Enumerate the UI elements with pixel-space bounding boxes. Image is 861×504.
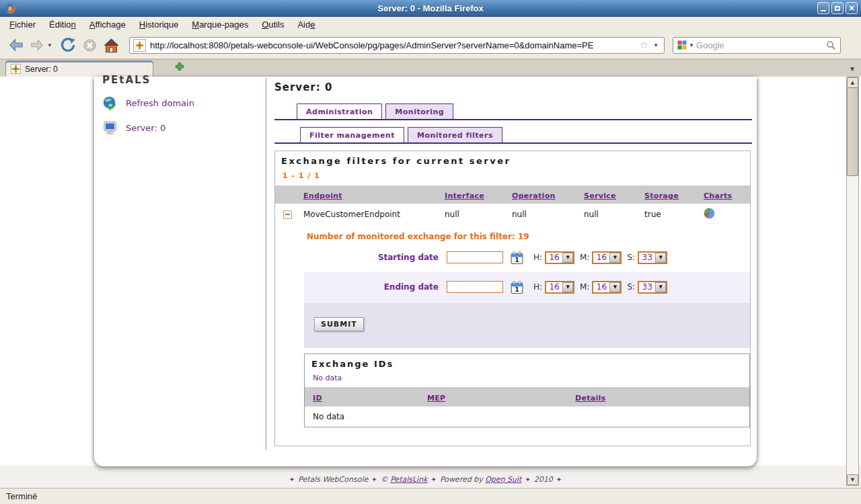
menu-marque-pages[interactable]: Marque-pages xyxy=(185,18,255,31)
footer-app-name: Petals WebConsole xyxy=(298,475,368,484)
column-id[interactable]: ID xyxy=(313,394,322,403)
triangle-down-icon: ▼ xyxy=(851,477,854,482)
starting-date-label: Starting date xyxy=(304,253,439,262)
diamond-icon: ✦ xyxy=(371,476,377,483)
starting-date-calendar-icon[interactable]: 1 xyxy=(510,251,524,265)
page-title: Server: 0 xyxy=(274,81,752,93)
filters-table: Endpoint Interface Operation Service Sto… xyxy=(275,185,750,225)
subtab-underline xyxy=(274,142,752,144)
page-footer: ✦Petals WebConsole✦© PetalsLink✦Powered … xyxy=(94,475,757,484)
forward-arrow-icon xyxy=(30,38,44,52)
sidebar-item-refresh-domain[interactable]: Refresh domain xyxy=(102,95,194,111)
ending-date-calendar-icon[interactable]: 1 xyxy=(510,280,524,294)
url-input[interactable] xyxy=(150,40,637,50)
tab-filter-management[interactable]: Filter management xyxy=(300,127,404,142)
search-icon[interactable] xyxy=(826,40,836,50)
reload-button[interactable] xyxy=(57,34,79,56)
menu-affichage[interactable]: Affichage xyxy=(83,18,133,31)
column-mep[interactable]: MEP xyxy=(427,394,445,403)
end-minutes-select[interactable]: 16 ▼ xyxy=(592,281,622,294)
chevron-down-icon: ▼ xyxy=(655,253,666,263)
column-details[interactable]: Details xyxy=(575,394,605,403)
end-hours-select[interactable]: 16 ▼ xyxy=(545,281,574,294)
scroll-up-button[interactable]: ▲ xyxy=(847,77,858,88)
exchange-ids-header-row: ID MEP Details xyxy=(305,387,749,407)
cell-interface: null xyxy=(441,204,508,225)
new-tab-button[interactable] xyxy=(175,62,184,74)
svg-text:1: 1 xyxy=(515,256,519,263)
submit-button[interactable]: SUBMIT xyxy=(314,317,364,331)
pie-chart-icon[interactable] xyxy=(704,208,715,219)
maximize-button[interactable] xyxy=(831,2,844,14)
tab-favicon-icon xyxy=(11,64,21,74)
column-operation[interactable]: Operation xyxy=(512,192,556,200)
start-hours-select[interactable]: 16 ▼ xyxy=(545,251,574,264)
filters-header-row: Endpoint Interface Operation Service Sto… xyxy=(275,185,750,204)
tab-monitored-filters[interactable]: Monitored filters xyxy=(408,127,502,142)
search-box[interactable]: ▼ xyxy=(673,37,841,54)
end-seconds-select[interactable]: 33 ▼ xyxy=(638,281,667,294)
diamond-icon: ✦ xyxy=(525,476,530,483)
refresh-domain-link: Refresh domain xyxy=(126,98,194,108)
scrollbar-thumb[interactable] xyxy=(847,87,858,176)
search-engine-dropdown-button[interactable]: ▼ xyxy=(689,42,694,48)
exchange-ids-box: Exchange IDs No data ID MEP Details xyxy=(304,353,750,427)
exchange-ids-title: Exchange IDs xyxy=(311,359,744,369)
start-seconds-select[interactable]: 33 ▼ xyxy=(638,251,667,264)
diamond-icon: ✦ xyxy=(289,476,295,483)
column-charts[interactable]: Charts xyxy=(704,192,732,200)
column-interface[interactable]: Interface xyxy=(445,192,484,200)
stop-icon xyxy=(82,38,98,53)
powered-by-text: Powered by xyxy=(440,475,483,484)
cell-service: null xyxy=(580,204,640,225)
close-button[interactable]: ✕ xyxy=(846,2,858,14)
menu-edition[interactable]: Édition xyxy=(42,18,83,31)
window-titlebar: Server: 0 - Mozilla Firefox ✕ xyxy=(0,0,861,17)
window-title: Server: 0 - Mozilla Firefox xyxy=(0,3,861,13)
petalslink-link[interactable]: PetalsLink xyxy=(390,475,427,484)
collapse-toggle[interactable] xyxy=(283,210,292,219)
sidebar-divider xyxy=(266,78,266,450)
starting-date-input[interactable] xyxy=(447,251,503,263)
column-service[interactable]: Service xyxy=(584,192,616,200)
ending-date-input[interactable] xyxy=(447,281,503,293)
exchange-ids-status: No data xyxy=(313,374,744,382)
start-minutes-select[interactable]: 16 ▼ xyxy=(592,251,622,264)
menu-historique[interactable]: Historique xyxy=(133,18,186,31)
bookmark-star-icon[interactable]: ☆ xyxy=(640,39,648,51)
tab-monitoring[interactable]: Monitoring xyxy=(385,103,453,119)
column-storage[interactable]: Storage xyxy=(644,192,679,200)
list-all-tabs-button[interactable]: ▼ xyxy=(849,65,856,73)
close-icon: ✕ xyxy=(848,5,854,12)
vertical-scrollbar[interactable]: ▲ ▼ xyxy=(846,77,859,486)
stop-button[interactable] xyxy=(79,34,100,56)
starting-date-row: Starting date 1 H: 16 ▼ xyxy=(304,243,750,272)
open-suit-link[interactable]: Open Suit xyxy=(485,475,521,484)
url-bar[interactable]: ☆ ▼ xyxy=(129,37,665,54)
sidebar-item-server-0[interactable]: Server: 0 xyxy=(102,120,165,136)
globe-refresh-icon xyxy=(102,95,118,111)
tab-underline xyxy=(274,119,752,120)
minutes-label: M: xyxy=(580,282,589,292)
url-dropdown-button[interactable]: ▼ xyxy=(653,42,659,48)
menu-outils[interactable]: Outils xyxy=(255,18,291,31)
history-dropdown-button[interactable]: ▼ xyxy=(47,42,52,48)
menu-bar: Fichier Édition Affichage Historique Mar… xyxy=(0,17,861,32)
chevron-down-icon: ▼ xyxy=(562,253,573,263)
chevron-down-icon: ▼ xyxy=(655,282,666,292)
copyright-symbol: © xyxy=(381,475,388,484)
petals-logo: PEtALS xyxy=(102,74,151,86)
menu-fichier[interactable]: Fichier xyxy=(3,18,42,31)
tab-administration[interactable]: Administration xyxy=(297,103,382,119)
home-button[interactable] xyxy=(100,34,122,56)
footer-year: 2010 xyxy=(534,475,553,484)
menu-aide[interactable]: Aide xyxy=(291,18,322,31)
search-input[interactable] xyxy=(696,40,826,50)
back-button[interactable] xyxy=(5,34,27,56)
exchange-filters-box: Exchange filters for current server 1 - … xyxy=(274,151,751,446)
minimize-button[interactable] xyxy=(817,2,829,14)
scroll-down-button[interactable]: ▼ xyxy=(847,474,858,485)
forward-button[interactable] xyxy=(27,34,47,56)
minimize-icon xyxy=(821,10,826,11)
column-endpoint[interactable]: Endpoint xyxy=(303,192,342,200)
